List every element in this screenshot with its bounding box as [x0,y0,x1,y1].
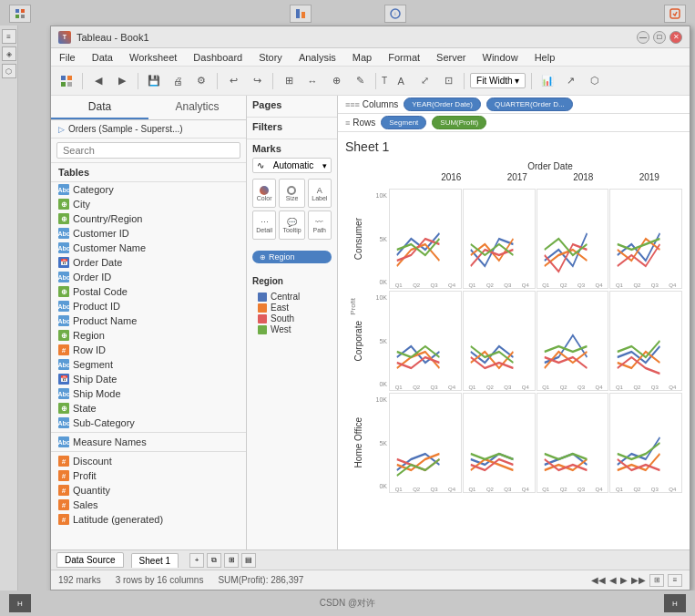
field-category[interactable]: Abc Category [51,182,246,197]
field-postal-code[interactable]: ⊕ Postal Code [51,284,246,299]
menu-file[interactable]: File [56,50,78,65]
field-product-name[interactable]: Abc Product Name [51,313,246,328]
next-btn[interactable]: ▶ [620,575,628,585]
menu-data[interactable]: Data [89,50,116,65]
left-tb-btn-3[interactable]: ⬡ [2,64,16,78]
search-input[interactable] [56,142,240,159]
field-product-id[interactable]: Abc Product ID [51,299,246,313]
menu-map[interactable]: Map [350,50,374,65]
sheet-icon-3[interactable]: ⊞ [224,553,239,568]
marks-type-dropdown[interactable]: ∿ Automatic ▾ [252,158,332,173]
top-icon-1[interactable] [9,5,31,23]
top-icon-4[interactable] [664,5,686,23]
field-ship-mode[interactable]: Abc Ship Mode [51,386,246,401]
ext-icon-2[interactable]: H [664,594,686,612]
next-page[interactable]: ▶▶ [631,575,646,585]
sep-2 [138,73,138,89]
tool2[interactable]: ↔ [302,71,322,91]
back-button[interactable]: ◀ [88,71,108,91]
field-icon-geo-3: ⊕ [58,286,69,297]
ext-icon-1[interactable]: H [9,594,31,612]
tool9[interactable]: ↗ [561,71,581,91]
field-customer-name[interactable]: Abc Customer Name [51,241,246,255]
field-customer-id[interactable]: Abc Customer ID [51,226,246,241]
tool1[interactable]: ⊞ [279,71,299,91]
tab-analytics[interactable]: Analytics [148,96,246,119]
tool6[interactable]: ⤢ [414,71,434,91]
top-icon-3[interactable]: i [384,5,406,23]
field-sub-category[interactable]: Abc Sub-Category [51,416,246,430]
top-icon-2[interactable] [290,5,312,23]
redo-button[interactable]: ↪ [247,71,267,91]
left-tb-btn-2[interactable]: ◈ [2,46,16,61]
field-sales[interactable]: # Sales [51,498,246,512]
new-sheet-icon[interactable]: + [189,553,204,568]
menu-analysis[interactable]: Analysis [296,50,339,65]
menu-worksheet[interactable]: Worksheet [127,50,179,65]
tool8[interactable]: 📊 [537,71,557,91]
left-tb-btn-1[interactable]: ≡ [2,29,16,44]
tool7[interactable]: ⊡ [438,71,458,91]
prev-page[interactable]: ◀◀ [591,575,606,585]
sheet-area: ≡≡≡ Columns YEAR(Order Date) QUARTER(Ord… [338,96,690,549]
columns-pill-year[interactable]: YEAR(Order Date) [404,98,481,111]
sheet-icon-4[interactable]: ▤ [241,553,256,568]
consumer-label: Consumer [345,189,371,289]
field-discount[interactable]: # Discount [51,454,246,468]
list-view-btn[interactable]: ≡ [668,574,682,587]
settings-button[interactable]: ⚙ [191,71,211,91]
field-latitude[interactable]: # Latitude (generated) [51,512,246,527]
rows-pill-profit[interactable]: SUM(Profit) [432,116,486,129]
marks-detail-btn[interactable]: ⋯ Detail [252,210,276,240]
tool10[interactable]: ⬡ [585,71,605,91]
svg-rect-10 [67,76,72,80]
field-state[interactable]: ⊕ State [51,401,246,416]
print-button[interactable]: 🖨 [168,71,188,91]
marks-color-btn[interactable]: Color [252,179,276,208]
save-button[interactable]: 💾 [144,71,164,91]
close-button[interactable]: ✕ [669,31,682,44]
fit-width-button[interactable]: Fit Width ▾ [470,73,525,88]
field-city[interactable]: ⊕ City [51,197,246,211]
field-order-id[interactable]: Abc Order ID [51,270,246,284]
duplicate-sheet-icon[interactable]: ⧉ [207,553,221,568]
rows-pill-segment[interactable]: Segment [381,116,426,129]
field-row-id[interactable]: # Row ID [51,343,246,357]
menu-help[interactable]: Help [532,50,558,65]
field-order-date[interactable]: 📅 Order Date [51,255,246,270]
tab-data[interactable]: Data [51,96,148,119]
menu-dashboard[interactable]: Dashboard [190,50,245,65]
field-region[interactable]: ⊕ Region [51,328,246,343]
minimize-button[interactable]: — [637,31,649,44]
year-2017: 2017 [485,172,551,182]
corporate-2019-cell: Q1Q2Q3Q4 [609,291,682,391]
field-segment[interactable]: Abc Segment [51,357,246,372]
maximize-button[interactable]: □ [653,31,666,44]
prev-btn[interactable]: ◀ [609,575,617,585]
toolbar-icon-main[interactable] [56,71,77,91]
menu-server[interactable]: Server [434,50,468,65]
forward-button[interactable]: ▶ [112,71,132,91]
sheet-1-tab[interactable]: Sheet 1 [131,553,179,568]
columns-pill-quarter[interactable]: QUARTER(Order D... [486,98,573,111]
field-profit[interactable]: # Profit [51,468,246,483]
tool5[interactable]: A [391,71,411,91]
menu-window[interactable]: Window [480,50,521,65]
marks-tooltip-btn[interactable]: 💬 Tooltip [279,210,304,240]
data-source-tab[interactable]: Data Source [56,552,124,568]
marks-path-btn[interactable]: 〰 Path [308,210,332,240]
region-pill[interactable]: ⊕ Region [252,251,332,263]
tool4[interactable]: ✎ [350,71,370,91]
undo-button[interactable]: ↩ [223,71,243,91]
field-icon-num-6: # [58,514,69,525]
field-ship-date[interactable]: 📅 Ship Date [51,372,246,386]
marks-label-btn[interactable]: A Label [308,179,332,208]
menu-story[interactable]: Story [256,50,285,65]
grid-view-btn[interactable]: ⊞ [649,574,664,587]
field-measure-names[interactable]: Abc Measure Names [51,435,246,449]
tool3[interactable]: ⊕ [326,71,346,91]
marks-size-btn[interactable]: Size [279,179,304,208]
field-country[interactable]: ⊕ Country/Region [51,211,246,226]
field-quantity[interactable]: # Quantity [51,483,246,498]
menu-format[interactable]: Format [385,50,423,65]
